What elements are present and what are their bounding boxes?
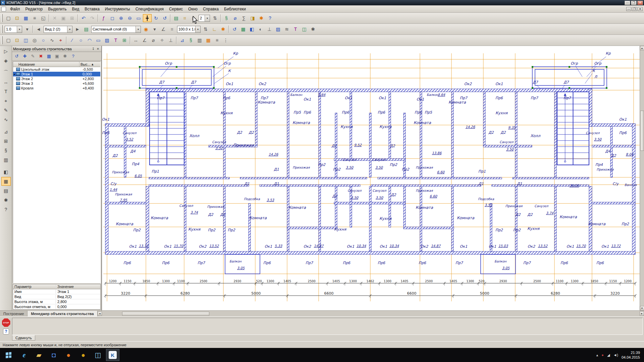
ortho-mode-button[interactable]: ∟	[189, 14, 198, 22]
text-styles-button[interactable]: T	[291, 25, 300, 33]
add-object-button[interactable]: ✚	[21, 53, 29, 60]
specification-button[interactable]: §	[186, 36, 195, 44]
tree-row-floor[interactable]: Кровля+8,400	[13, 86, 100, 90]
variables-button[interactable]: ƒ	[99, 14, 108, 22]
save-document-button[interactable]: ▦	[21, 14, 30, 22]
zoom-in-button[interactable]: ⊕	[117, 14, 125, 22]
pan-view-button[interactable]: ╋	[143, 14, 152, 22]
pin-icon[interactable]: ↧	[91, 47, 96, 51]
local-frame-button[interactable]: ∟	[210, 25, 219, 33]
tree-column-name[interactable]: Название	[13, 62, 79, 67]
dimension-tools-button[interactable]: ↔	[1, 78, 11, 86]
view-next-button[interactable]: ►	[73, 25, 82, 33]
report-button[interactable]: ▥	[195, 36, 204, 44]
rebuild-button[interactable]: ↺	[230, 25, 239, 33]
snaps-list-button[interactable]: ▾	[150, 25, 159, 33]
kompas-taskbar-icon[interactable]: K	[106, 349, 119, 361]
undo-button[interactable]: ↶	[79, 14, 88, 22]
view-prev-button[interactable]: ◄	[34, 25, 43, 33]
step-list-button[interactable]: ▾	[23, 25, 32, 33]
layer-manager-button[interactable]: ▤	[82, 25, 91, 33]
player-app-icon[interactable]: ◫	[91, 349, 105, 361]
tree-row-floor[interactable]: ▸Этаж 10,000	[13, 72, 100, 76]
help-tool-button[interactable]: ?	[1, 205, 11, 214]
sheet-spin-button[interactable]: ⇅	[211, 14, 219, 22]
network-icon[interactable]: ◢	[607, 353, 610, 357]
menu-item-5[interactable]: Вставка	[82, 6, 102, 12]
global-snaps-button[interactable]: ◉	[142, 25, 150, 33]
zoom-all-button[interactable]: ▭	[134, 14, 143, 22]
new-document-button[interactable]: ▢	[4, 14, 13, 22]
save-manager-icon[interactable]: ◘	[47, 349, 60, 361]
minimize-button[interactable]: —	[625, 1, 630, 5]
arbitrary-view-button[interactable]: ◫	[21, 36, 30, 44]
toolbar-drag-handle[interactable]	[1, 14, 3, 22]
menu-item-8[interactable]: Сервис	[166, 6, 185, 12]
scroll-left-icon[interactable]: ◄	[98, 311, 102, 316]
arc-tool-button[interactable]: ◠	[85, 36, 94, 44]
open-document-button[interactable]: ⊡	[13, 14, 21, 22]
mdi-restore-button[interactable]: ❐	[632, 7, 637, 11]
scroll-down-icon[interactable]: ▼	[640, 306, 644, 310]
print-button[interactable]: ≡	[30, 14, 39, 22]
mdi-close-button[interactable]: ✕	[638, 7, 643, 11]
toolbar-drag-handle[interactable]	[1, 25, 3, 33]
buildings-list-button[interactable]: ▦	[45, 53, 53, 60]
std-view-button[interactable]: ▢	[4, 36, 13, 44]
tree-row-floor[interactable]: Этаж 3+5,600	[13, 81, 100, 86]
halftone-view-button[interactable]: ◐	[256, 25, 265, 33]
options-button[interactable]: ✱	[257, 14, 266, 22]
select-tools-button[interactable]: ⊞	[1, 137, 11, 145]
delete-object-button[interactable]: ✖	[37, 53, 45, 60]
datum-button[interactable]: ⊥	[166, 36, 175, 44]
firefox-icon[interactable]: ●	[62, 349, 75, 361]
menu-item-4[interactable]: Вид	[69, 6, 82, 12]
scroll-up-icon[interactable]: ▲	[640, 46, 644, 50]
table-tool-button[interactable]: ⊞	[120, 36, 129, 44]
current-layer[interactable]: Системный слой (0)▾	[91, 26, 141, 33]
file-explorer-icon[interactable]: ▰	[32, 349, 46, 361]
maximize-button[interactable]: ❐	[631, 1, 637, 5]
dim-angular-button[interactable]: ∠	[140, 36, 149, 44]
tree-column-elevation[interactable]: Выс...▴	[79, 62, 100, 66]
menu-item-2[interactable]: Редактор	[23, 6, 46, 12]
tab-construction[interactable]: Построение	[0, 311, 28, 316]
refresh-objects-button[interactable]: ↺	[13, 53, 21, 60]
object-filter-button[interactable]: ✱	[309, 25, 317, 33]
spec-tools-button[interactable]: §	[1, 146, 11, 155]
taskbar-clock[interactable]: 21:39 04.04.2015	[622, 350, 640, 360]
mdi-minimize-button[interactable]: —	[626, 7, 631, 11]
help-button[interactable]: ?	[266, 14, 274, 22]
vertical-scroll-thumb[interactable]	[640, 111, 644, 151]
fill-tool-button[interactable]: ◧	[248, 25, 256, 33]
pan-tool-button[interactable]: ◈	[1, 56, 11, 65]
parametric-tools-button[interactable]: ∿	[1, 115, 11, 124]
perpendicular-button[interactable]: ⊥	[265, 25, 274, 33]
report-tools-button[interactable]: ▥	[1, 156, 11, 164]
table-editor-button[interactable]: ▦	[239, 25, 248, 33]
library-tools-button[interactable]: ▤	[1, 186, 11, 195]
menu-item-10[interactable]: Справка	[200, 6, 221, 12]
dim-radial-button[interactable]: ⌀	[149, 36, 158, 44]
close-button[interactable]: ✕	[637, 1, 643, 5]
horizontal-scroll-thumb[interactable]	[122, 312, 209, 316]
document-icon[interactable]	[1, 7, 6, 11]
parameter-row[interactable]: ИмяЭтаж 1	[13, 289, 100, 294]
measure-button[interactable]: ⌀	[231, 14, 239, 22]
menu-item-7[interactable]: Спецификация	[133, 6, 166, 12]
options-tool-button[interactable]: ✱	[1, 196, 11, 204]
vertical-scrollbar[interactable]: ▲ ▼	[640, 46, 644, 310]
menu-item-9[interactable]: Окно	[185, 6, 200, 12]
projection-view-button[interactable]: ⊡	[13, 36, 21, 44]
copy-floor-button[interactable]: ▣	[53, 53, 61, 60]
paste-button[interactable]: ⊞	[68, 14, 76, 22]
layer-colors-button[interactable]: ◫	[300, 25, 309, 33]
section-view-button[interactable]: ◎	[30, 36, 39, 44]
dim-linear-button[interactable]: ↔	[131, 36, 140, 44]
print-preview-button[interactable]: ◱	[39, 14, 48, 22]
scroll-right-icon[interactable]: ►	[640, 311, 644, 316]
line-tool-button[interactable]: ∕	[68, 36, 76, 44]
geometry-tools-button[interactable]: ⌒	[1, 68, 11, 77]
floor-plan-drawing[interactable]: КрКрОгрОгрОгрОгрККЛД7Д7Д7Д7Ок1Ок2Ок2Ок1П…	[102, 46, 644, 310]
document-manager-button[interactable]: ▤	[172, 14, 180, 22]
